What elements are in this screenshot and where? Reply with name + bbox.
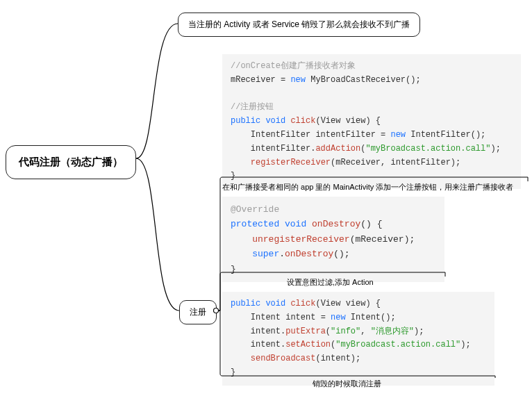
root-label: 代码注册（动态广播） [19, 156, 123, 167]
caption-oncreate-register: 在和广播接受者相同的 app 里的 MainActivity 添加一个注册按钮，… [222, 182, 513, 192]
code-block-ondestroy: @Overrideprotected void onDestroy() { un… [222, 197, 444, 282]
root-node: 代码注册（动态广播） [6, 145, 136, 179]
register-node: 注册 [179, 300, 217, 324]
caption-unregister: 销毁的时候取消注册 [313, 379, 381, 389]
caption-intent-filter: 设置意图过滤,添加 Action [287, 277, 374, 288]
code-block-oncreate-register: //onCreate创建广播接收者对象mReceiver = new MyBro… [222, 54, 521, 189]
note-label: 当注册的 Activity 或者 Service 销毁了那么就会接收不到广播 [188, 19, 410, 29]
register-label: 注册 [190, 307, 206, 317]
note-node: 当注册的 Activity 或者 Service 销毁了那么就会接收不到广播 [178, 13, 420, 37]
code-block-send-broadcast: public void click(View view) { Intent in… [222, 292, 494, 386]
